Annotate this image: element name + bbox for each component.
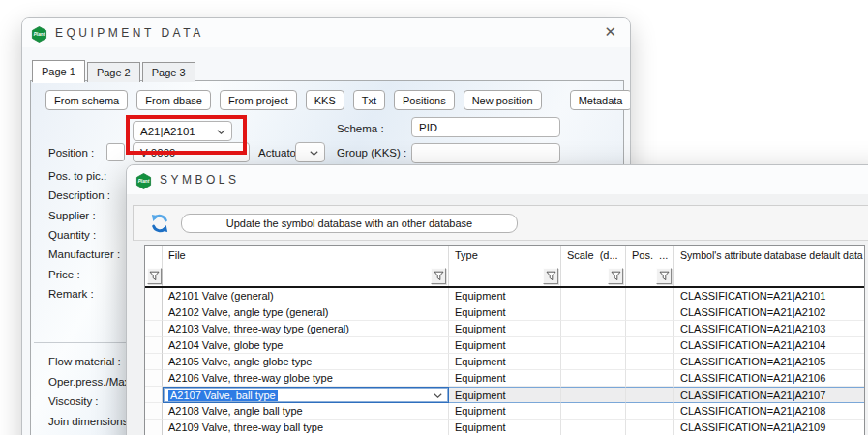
filter-cell-scale — [561, 265, 626, 286]
file-combobox[interactable]: A2107 Valve, ball type — [163, 387, 449, 403]
oper-press-max-label: Oper.press./Max. — [48, 376, 134, 388]
cell-type: Equipment — [449, 337, 561, 354]
cell-scale — [561, 288, 626, 304]
cell-file: A2102 Valve, angle type (general) — [163, 304, 449, 321]
filter-funnel-icon[interactable] — [608, 268, 623, 284]
from-project-button[interactable]: From project — [220, 90, 297, 110]
cell-scale — [561, 354, 626, 370]
group-kks-input[interactable] — [411, 143, 560, 163]
table-row[interactable]: A2101 Valve (general) Equipment CLASSIFI… — [145, 288, 864, 304]
filter-cell-indicator — [145, 265, 163, 286]
filter-funnel-icon[interactable] — [147, 268, 162, 284]
close-icon[interactable]: ✕ — [604, 23, 616, 41]
filter-cell-pos — [626, 265, 674, 286]
cell-scale — [561, 403, 626, 420]
cell-type: Equipment — [449, 304, 561, 321]
price-label: Price : — [48, 269, 80, 280]
table-row[interactable]: A2109 Valve, three-way ball type Equipme… — [145, 420, 864, 435]
plant-logo-icon: Plant — [31, 26, 47, 43]
manufacturer-label: Manufacturer : — [48, 248, 120, 260]
row-indicator — [145, 321, 163, 337]
equipment-toolbar: From schema From dbase From project KKS … — [45, 90, 631, 110]
cell-pos — [626, 337, 674, 354]
position-input[interactable]: V-0009 — [133, 142, 250, 162]
table-row-selected[interactable]: A2107 Valve, ball type Equipment CLASSIF… — [145, 387, 864, 403]
filter-funnel-icon[interactable] — [431, 268, 446, 284]
plant-logo-icon: Plant — [135, 173, 152, 189]
column-header-file[interactable]: File — [163, 246, 449, 265]
equipment-titlebar[interactable]: Plant EQUIPMENT DATA ✕ — [22, 18, 630, 47]
column-header-default-data[interactable]: Symbol's attribute database default data — [674, 246, 864, 265]
table-row[interactable]: A2105 Valve, angle globe type Equipment … — [145, 354, 864, 370]
cell-file: A2106 Valve, three-way globe type — [163, 370, 449, 387]
update-database-button[interactable]: Update the symbol database with an other… — [181, 214, 518, 233]
table-row[interactable]: A2103 Valve, three-way type (general) Eq… — [145, 321, 864, 337]
cell-default-data: CLASSIFICATION=A21|A2103 — [674, 321, 864, 337]
cell-pos — [626, 304, 674, 321]
chevron-down-icon — [310, 151, 318, 156]
chevron-down-icon — [217, 130, 225, 134]
table-row[interactable]: A2104 Valve, globe type Equipment CLASSI… — [145, 337, 864, 354]
chevron-down-icon[interactable] — [434, 393, 442, 398]
table-row[interactable]: A2108 Valve, angle ball type Equipment C… — [145, 403, 864, 420]
cell-file: A2109 Valve, three-way ball type — [163, 420, 449, 435]
schema-value: PID — [419, 122, 437, 133]
flow-material-label: Flow material : — [48, 356, 121, 367]
position-label: Position : — [48, 147, 94, 159]
positions-button[interactable]: Positions — [394, 90, 455, 110]
refresh-sync-icon[interactable] — [149, 213, 170, 234]
table-header-row: File Type Scale (d... Pos. ... Symbol's … — [145, 246, 864, 265]
filter-cell-type — [449, 265, 561, 286]
table-row[interactable]: A2102 Valve, angle type (general) Equipm… — [145, 304, 864, 321]
row-indicator — [145, 403, 163, 420]
new-position-button[interactable]: New position — [464, 90, 542, 110]
cell-scale — [561, 387, 626, 403]
window-title: EQUIPMENT DATA — [55, 26, 204, 40]
page-tabstrip: Page 1 Page 2 Page 3 — [32, 60, 197, 82]
cell-type: Equipment — [449, 288, 561, 304]
schema-label: Schema : — [337, 123, 384, 134]
symbols-table: File Type Scale (d... Pos. ... Symbol's … — [144, 245, 865, 435]
selected-file-text: A2107 Valve, ball type — [168, 390, 278, 401]
schema-input[interactable]: PID — [411, 117, 560, 137]
row-indicator — [145, 337, 163, 354]
symbols-window: Plant SYMBOLS Update the symbol database… — [126, 164, 868, 435]
cell-scale — [561, 370, 626, 387]
cell-default-data: CLASSIFICATION=A21|A2102 — [674, 304, 864, 321]
viscosity-label: Viscosity : — [48, 395, 99, 407]
txt-button[interactable]: Txt — [353, 90, 385, 110]
cell-file: A2108 Valve, angle ball type — [163, 403, 449, 420]
row-indicator — [145, 354, 163, 370]
classification-combo[interactable]: A21|A2101 — [133, 121, 232, 141]
filter-cell-default-data — [674, 265, 864, 286]
position-checkbox[interactable] — [106, 143, 125, 161]
remark-label: Remark : — [48, 288, 94, 300]
filter-funnel-icon[interactable] — [543, 268, 558, 284]
from-dbase-button[interactable]: From dbase — [136, 90, 211, 110]
section-divider — [34, 342, 138, 343]
tab-page-2[interactable]: Page 2 — [87, 62, 140, 82]
cell-default-data: CLASSIFICATION=A21|A2108 — [674, 403, 864, 420]
column-header-type[interactable]: Type — [449, 246, 561, 265]
metadata-button[interactable]: Metadata — [570, 90, 631, 110]
filter-funnel-icon[interactable] — [656, 268, 672, 284]
tab-page-3[interactable]: Page 3 — [142, 62, 195, 82]
kks-button[interactable]: KKS — [306, 90, 344, 110]
column-header-scale[interactable]: Scale (d... — [561, 246, 626, 265]
group-kks-label: Group (KKS) : — [337, 147, 406, 159]
window-title: SYMBOLS — [160, 173, 240, 187]
symbols-titlebar[interactable]: Plant SYMBOLS — [127, 165, 868, 194]
cell-pos — [626, 420, 674, 435]
actuator-combo[interactable] — [295, 142, 325, 162]
from-schema-button[interactable]: From schema — [45, 90, 128, 110]
cell-default-data: CLASSIFICATION=A21|A2104 — [674, 337, 864, 354]
cell-scale — [561, 420, 626, 435]
join-dimensions-label: Join dimensions : — [48, 416, 135, 427]
cell-file: A2105 Valve, angle globe type — [163, 354, 449, 370]
tab-page-1[interactable]: Page 1 — [32, 60, 85, 82]
table-row[interactable]: A2106 Valve, three-way globe type Equipm… — [145, 370, 864, 387]
description-label: Description : — [48, 189, 110, 201]
cell-type: Equipment — [449, 370, 561, 387]
cell-pos — [626, 321, 674, 337]
column-header-pos[interactable]: Pos. ... — [626, 246, 674, 265]
